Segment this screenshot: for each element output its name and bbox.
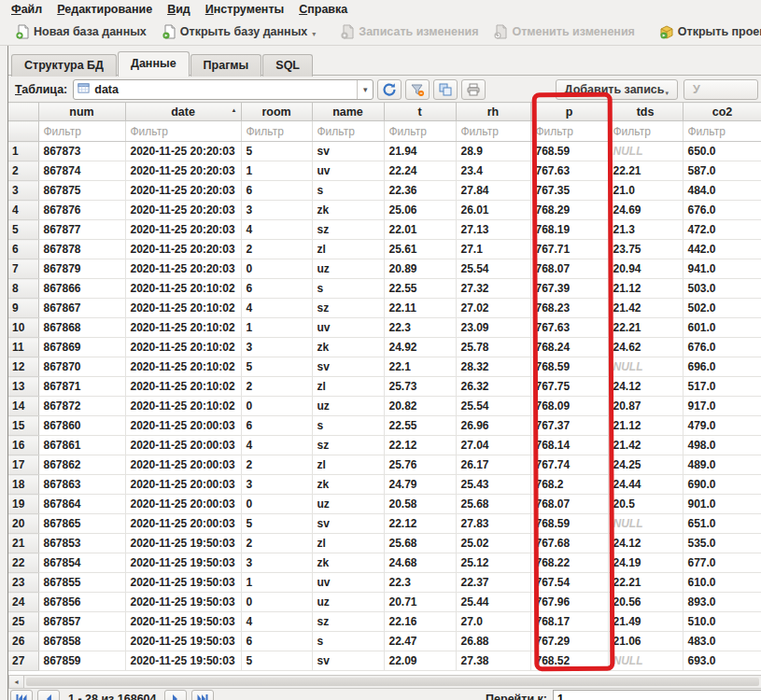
cell-name[interactable]: uz — [312, 259, 384, 279]
row-number-cell[interactable]: 24 — [8, 593, 38, 612]
cell-rh[interactable]: 28.32 — [456, 357, 530, 377]
cell-p[interactable]: 768.17 — [530, 612, 608, 632]
cell-t[interactable]: 22.55 — [384, 416, 456, 436]
cell-date[interactable]: 2020-11-25 19:50:03 — [125, 651, 241, 671]
cell-date[interactable]: 2020-11-25 19:50:03 — [125, 632, 241, 651]
cell-rh[interactable]: 27.84 — [456, 181, 530, 201]
cell-t[interactable]: 22.12 — [384, 436, 456, 455]
cell-t[interactable]: 25.76 — [384, 455, 456, 475]
cell-co2[interactable]: 510.0 — [683, 612, 761, 632]
cell-name[interactable]: s — [312, 279, 384, 299]
chevron-down-icon[interactable]: ▾ — [357, 80, 373, 99]
cell-co2[interactable]: 941.0 — [683, 259, 761, 279]
column-header-t[interactable]: t — [384, 103, 456, 121]
cell-t[interactable]: 24.68 — [384, 553, 456, 573]
cell-co2[interactable]: 901.0 — [683, 495, 761, 514]
cell-room[interactable]: 0 — [241, 397, 312, 416]
cell-num[interactable]: 867875 — [38, 181, 125, 201]
cell-room[interactable]: 2 — [241, 377, 312, 397]
cell-tds[interactable]: 21.42 — [608, 436, 683, 455]
cell-room[interactable]: 3 — [241, 338, 312, 357]
cell-p[interactable]: 768.24 — [530, 338, 608, 357]
cell-name[interactable]: uz — [312, 397, 384, 416]
cell-num[interactable]: 867865 — [38, 514, 125, 534]
cell-tds[interactable]: NULL — [608, 514, 683, 534]
cell-num[interactable]: 867872 — [38, 397, 125, 416]
delete-record-button-clipped[interactable]: У — [683, 79, 758, 100]
cell-p[interactable]: 767.68 — [530, 534, 608, 553]
cell-co2[interactable]: 503.0 — [683, 279, 761, 299]
cell-tds[interactable]: 20.56 — [608, 593, 683, 612]
cell-co2[interactable]: 484.0 — [683, 181, 761, 201]
cell-rh[interactable]: 26.17 — [456, 455, 530, 475]
column-header-p[interactable]: p — [530, 103, 608, 121]
cell-co2[interactable]: 676.0 — [683, 338, 761, 357]
cell-tds[interactable]: 23.75 — [608, 240, 683, 259]
cell-t[interactable]: 22.47 — [384, 632, 456, 651]
tab-sql[interactable]: SQL — [262, 54, 313, 77]
row-number-cell[interactable]: 27 — [8, 651, 38, 671]
toolbar-button[interactable]: Новая база данных — [9, 21, 152, 42]
cell-p[interactable]: 767.37 — [530, 416, 608, 436]
first-page-button[interactable] — [10, 690, 33, 700]
cell-date[interactable]: 2020-11-25 20:20:03 — [125, 201, 241, 220]
cell-rh[interactable]: 25.12 — [456, 553, 530, 573]
goto-record-input[interactable] — [553, 690, 761, 700]
cell-date[interactable]: 2020-11-25 20:10:02 — [125, 279, 241, 299]
cell-date[interactable]: 2020-11-25 20:20:03 — [125, 240, 241, 259]
row-number-cell[interactable]: 23 — [8, 573, 38, 593]
cell-tds[interactable]: 24.69 — [608, 201, 683, 220]
cell-tds[interactable]: 21.12 — [608, 279, 683, 299]
cell-tds[interactable]: 24.25 — [608, 455, 683, 475]
cell-num[interactable]: 867863 — [38, 475, 125, 495]
cell-p[interactable]: 768.07 — [530, 495, 608, 514]
cell-p[interactable]: 768.59 — [530, 142, 608, 161]
cell-date[interactable]: 2020-11-25 20:10:02 — [125, 397, 241, 416]
cell-num[interactable]: 867861 — [38, 436, 125, 455]
cell-num[interactable]: 867858 — [38, 632, 125, 651]
cell-t[interactable]: 24.79 — [384, 475, 456, 495]
cell-num[interactable]: 867868 — [38, 318, 125, 338]
cell-co2[interactable]: 587.0 — [683, 161, 761, 181]
column-header-co2[interactable]: co2 — [683, 103, 761, 121]
cell-co2[interactable]: 693.0 — [683, 651, 761, 671]
cell-t[interactable]: 20.58 — [384, 495, 456, 514]
cell-p[interactable]: 767.75 — [530, 377, 608, 397]
filter-input-tds[interactable]: Фильтр — [608, 121, 683, 142]
row-number-cell[interactable]: 9 — [8, 299, 38, 318]
cell-tds[interactable]: 21.06 — [608, 632, 683, 651]
toolbar-button[interactable]: Отменить изменения — [487, 21, 640, 42]
row-number-cell[interactable]: 7 — [8, 259, 38, 279]
next-page-button[interactable] — [164, 690, 187, 700]
cell-room[interactable]: 4 — [241, 612, 312, 632]
cell-room[interactable]: 4 — [241, 299, 312, 318]
cell-rh[interactable]: 26.96 — [456, 416, 530, 436]
cell-num[interactable]: 867874 — [38, 161, 125, 181]
filter-input-date[interactable]: Фильтр — [125, 121, 241, 142]
cell-num[interactable]: 867867 — [38, 299, 125, 318]
cell-date[interactable]: 2020-11-25 20:10:02 — [125, 318, 241, 338]
cell-rh[interactable]: 25.68 — [456, 495, 530, 514]
cell-date[interactable]: 2020-11-25 20:00:03 — [125, 436, 241, 455]
cell-co2[interactable]: 483.0 — [683, 632, 761, 651]
clear-filters-button[interactable] — [405, 79, 430, 100]
cell-num[interactable]: 867869 — [38, 338, 125, 357]
cell-p[interactable]: 768.59 — [530, 514, 608, 534]
column-header-room[interactable]: room — [241, 103, 312, 121]
cell-co2[interactable]: 696.0 — [683, 357, 761, 377]
cell-tds[interactable]: 20.94 — [608, 259, 683, 279]
cell-co2[interactable]: 517.0 — [683, 377, 761, 397]
cell-room[interactable]: 6 — [241, 632, 312, 651]
cell-p[interactable]: 768.23 — [530, 299, 608, 318]
last-page-button[interactable] — [191, 690, 214, 700]
cell-co2[interactable]: 472.0 — [683, 220, 761, 240]
cell-date[interactable]: 2020-11-25 19:50:03 — [125, 593, 241, 612]
cell-t[interactable]: 22.3 — [384, 573, 456, 593]
cell-rh[interactable]: 27.04 — [456, 436, 530, 455]
cell-t[interactable]: 25.06 — [384, 201, 456, 220]
cell-date[interactable]: 2020-11-25 20:20:03 — [125, 259, 241, 279]
filter-input-room[interactable]: Фильтр — [241, 121, 312, 142]
cell-date[interactable]: 2020-11-25 19:50:03 — [125, 553, 241, 573]
cell-room[interactable]: 0 — [241, 259, 312, 279]
cell-tds[interactable]: 21.49 — [608, 612, 683, 632]
